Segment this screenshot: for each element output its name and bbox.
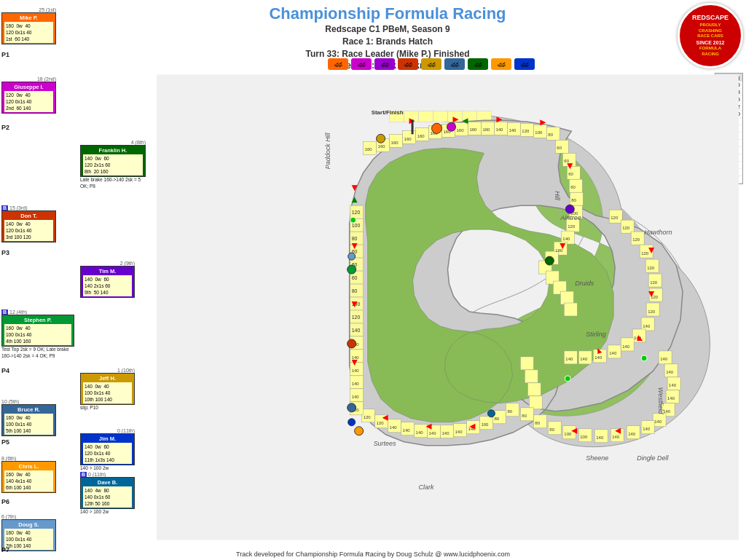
svg-point-225 (377, 134, 385, 143)
svg-text:60: 60 (557, 146, 562, 150)
jim-name: Jim M. (83, 435, 132, 443)
svg-text:120: 120 (522, 129, 530, 133)
svg-text:80: 80 (571, 198, 576, 202)
stephen-name: Stephen P. (4, 316, 71, 324)
svg-rect-151 (527, 383, 541, 396)
svg-text:120: 120 (648, 309, 656, 314)
mike-badge: 25 (1st) (39, 7, 56, 12)
jim-stats: 140 0w 60 120 0x1s 40 11th 1x3s 140 (83, 443, 132, 464)
tim-box: Tim M. 140 0w 60 140 2x1s 60 9th 50 140 (80, 266, 135, 298)
svg-point-222 (348, 253, 356, 260)
player-doug-section: 6 (7th) Doug S. 160 0w 40 100 0x1s 40 7t… (1, 514, 56, 551)
bruce-name: Bruce R. (4, 406, 53, 414)
franklin-name: Franklin H. (83, 146, 143, 154)
dave-b-badge: B (80, 472, 87, 477)
svg-text:Westfield: Westfield (657, 387, 664, 415)
svg-text:140: 140 (455, 430, 463, 434)
car-icon-4: 🏎 (398, 58, 418, 70)
svg-text:Hill: Hill (554, 191, 561, 200)
doug-box: Doug S. 160 0w 40 100 0x1s 40 7th 100 14… (1, 519, 56, 551)
svg-point-226 (348, 419, 356, 426)
chris-stats: 160 0w 40 140 4x1s 40 6th 100 140 (4, 470, 53, 492)
svg-text:140: 140 (666, 370, 674, 374)
svg-text:120: 120 (632, 237, 640, 242)
svg-text:160: 160 (555, 248, 563, 253)
svg-text:140: 140 (352, 368, 360, 373)
stephen-stats: 160 0w 40 100 0x1s 40 4th 100 160 (4, 324, 71, 345)
svg-rect-4 (419, 111, 433, 122)
svg-text:Hawthorn: Hawthorn (644, 229, 672, 236)
svg-text:140: 140 (580, 357, 588, 361)
svg-text:140: 140 (596, 435, 604, 440)
chris-box: Chris L. 160 0w 40 140 4x1s 40 6th 100 1… (1, 461, 56, 493)
svg-text:140: 140 (429, 431, 437, 435)
subtitle-2: Race 1: Brands Hatch (146, 36, 629, 48)
svg-text:140: 140 (495, 127, 503, 132)
svg-text:120: 120 (352, 315, 361, 320)
svg-text:Stirling: Stirling (586, 331, 605, 338)
car-icon-8: 🏎 (491, 58, 511, 70)
svg-text:100: 100 (564, 432, 572, 436)
svg-point-223 (545, 256, 554, 265)
p5-label: P5 (1, 437, 9, 446)
jim-badge: 0 (11th) (80, 428, 135, 433)
jeff-badge: 1 (10th) (80, 368, 135, 373)
svg-text:Dingle Dell: Dingle Dell (637, 454, 669, 462)
svg-text:140: 140 (403, 428, 411, 433)
svg-text:60: 60 (564, 159, 569, 163)
p1-label: P1 (1, 50, 9, 58)
svg-text:140: 140 (643, 324, 651, 328)
svg-text:Paddock Hill: Paddock Hill (324, 132, 331, 169)
car-icon-7: 🏎 (468, 58, 488, 70)
stephen-note: Test Top 2sk = 9 OK; Late brake 160->140… (1, 347, 74, 359)
svg-text:140: 140 (352, 395, 360, 399)
svg-text:160: 160 (469, 127, 477, 132)
svg-text:140: 140 (669, 383, 677, 387)
svg-text:140: 140 (352, 328, 361, 333)
chris-badge: 8 (6th) (1, 456, 56, 461)
svg-point-220 (348, 403, 356, 412)
chris-name: Chris L. (4, 462, 53, 470)
svg-text:120: 120 (647, 266, 655, 270)
player-mike-section: 25 (1st) Mike P. 160 0w 40 120 0x1s 40 1… (1, 7, 56, 44)
company-logo: REDSCAPE PROUDLYCRASHINGRACE CARS SINCE … (678, 3, 743, 68)
svg-text:140: 140 (509, 128, 517, 133)
svg-text:120: 120 (641, 251, 649, 256)
svg-text:120: 120 (610, 216, 619, 220)
mike-box: Mike P. 160 0w 40 120 0x1s 40 1st 60 140 (1, 12, 56, 44)
svg-text:Druids: Druids (575, 280, 594, 287)
dave-note: 140 > 100 2w (80, 509, 135, 515)
svg-text:120: 120 (364, 415, 372, 419)
svg-text:100: 100 (580, 435, 588, 439)
player-jim-section: 0 (11th) Jim M. 140 0w 60 120 0x1s 40 11… (80, 428, 135, 472)
svg-text:160: 160 (456, 128, 464, 133)
franklin-stats: 140 0w 60 120 2x1s 60 8th 20 160 (83, 154, 143, 176)
svg-text:140: 140 (565, 357, 573, 361)
jeff-note: slip; P10 (80, 405, 135, 411)
svg-rect-81 (560, 291, 573, 304)
subtitle-1: Redscape C1 PBeM, Season 9 (146, 23, 629, 36)
page-title: Championship Formula Racing (146, 4, 629, 23)
svg-text:140: 140 (667, 396, 675, 401)
svg-point-231 (565, 376, 570, 382)
franklin-badge: 4 (8th) (80, 140, 146, 145)
svg-text:140: 140 (612, 435, 620, 439)
svg-point-224 (565, 205, 574, 213)
logo-line2: PROUDLYCRASHINGRACE CARS (692, 23, 729, 39)
svg-text:160: 160 (365, 147, 373, 151)
svg-rect-82 (564, 303, 577, 316)
svg-text:140: 140 (562, 237, 570, 241)
svg-text:140: 140 (352, 355, 360, 360)
franklin-box: Franklin H. 140 0w 60 120 2x1s 60 8th 20… (80, 145, 146, 177)
svg-text:140: 140 (660, 357, 668, 361)
doug-badge: 6 (7th) (1, 514, 56, 519)
don-stats: 140 0w 40 120 0x1s 40 3rd 100 120 (4, 220, 53, 241)
tim-badge: 2 (9th) (80, 261, 135, 266)
doug-stats: 160 0w 40 100 0x1s 40 7th 100 140 (4, 529, 53, 550)
track-svg: 120 100 80 60 60 60 80 100 120 140 160 (157, 69, 739, 545)
svg-text:100: 100 (352, 223, 361, 228)
don-box: Don T. 140 0w 40 120 0x1s 40 3rd 100 120 (1, 210, 56, 242)
svg-text:80: 80 (507, 409, 512, 414)
svg-text:160: 160 (404, 137, 412, 141)
svg-text:140: 140 (352, 382, 360, 386)
